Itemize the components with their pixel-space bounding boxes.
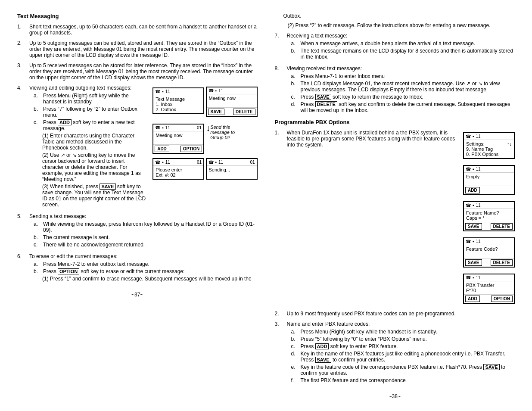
item7a-text: When a message arrives, a double beep al…: [301, 40, 476, 47]
rlcd3-num: 11: [476, 203, 481, 208]
item8a-text: Press Menu-7-1 to enter Inbox menu: [301, 73, 385, 79]
item8d-label: d.: [291, 101, 298, 113]
option-key-box: OPTION: [58, 268, 79, 274]
item8a-label: a.: [291, 73, 298, 79]
pbx3a-label: a.: [291, 329, 298, 335]
item4c-sub2: (2) Use ↗ or ↘ scrolling key to move the…: [42, 152, 146, 182]
rlcd2-num: 11: [476, 167, 481, 171]
lcd4-line1: Please enter: [156, 167, 201, 172]
rlcd1-phone: ☎: [466, 134, 471, 139]
item4c-sub3: (3) When finished, press SAVE soft key t…: [42, 184, 146, 208]
save-key-8c: SAVE: [315, 94, 331, 100]
item8d-text: Press DELETE soft key and confirm to del…: [301, 101, 515, 113]
item7a-label: a.: [291, 40, 298, 47]
lcd-meeting-now-01: ☎ ▪ 11 01 Meeting now ADD OPTION: [152, 124, 204, 154]
lcd5-phone-icon: ☎: [208, 160, 214, 165]
lcd4-msg-num: 01: [197, 160, 202, 165]
lcd2-line1: Meeting now: [209, 96, 255, 101]
lcd1-signal: ▪: [162, 89, 164, 94]
item6b-text: Press OPTION soft key to erase or edit t…: [43, 268, 184, 274]
item-3-num: 3.: [17, 62, 26, 81]
item-4-text: Viewing and editing outgoing text messag…: [29, 85, 131, 91]
pbx3b-text: Press “5” following by “0” to enter “PBX…: [301, 336, 427, 342]
item7b-label: b.: [291, 48, 298, 60]
lcd1-line2: 1. Inbox: [156, 102, 201, 107]
lcd1-line1: Text Message: [156, 97, 201, 102]
lcd-sending: ☎ ▪ 11 01 Sending...: [206, 158, 258, 180]
lcd3-signal: ▪: [162, 125, 164, 130]
right-lcd-feature-name: ☎ ▪ 11 Feature Name? Caps = * SAVE DELET…: [463, 201, 515, 231]
lcd-widget-group: ☎ ▪ 11 Text Message 1. Inbox 2. Outbox: [152, 85, 257, 182]
item8c-label: c.: [291, 94, 298, 100]
item-3-text: Up to 5 received messages can be stored …: [29, 62, 258, 81]
right-lcd-pbx-transfer: ☎ ▪ 11 PBX Transfer F*70 ADD OPTION: [463, 274, 515, 304]
pbx3b-label: b.: [291, 336, 298, 342]
left-page-num: ~37~: [17, 292, 258, 298]
item-1-text: Short text messages, up to 50 characters…: [29, 24, 258, 36]
rlcd1-line3: 0. PBX Options: [466, 152, 512, 157]
lcd-please-enter: ☎ ▪ 11 01 Please enter Ext. #: 02: [152, 158, 204, 180]
lcd3-num: 11: [165, 125, 170, 130]
lcd4-line2: Ext. #: 02: [156, 172, 201, 177]
lcd3-line1: Meeting now: [156, 133, 201, 138]
pbx3c-label: c.: [291, 343, 298, 349]
right-lcd-feature-code: ☎ ▪ 11 Feature Code? SAVE DELETE: [463, 237, 515, 268]
rlcd3-line2: Caps = *: [466, 215, 512, 221]
rlcd5-add-btn: ADD: [465, 296, 480, 302]
rlcd3-signal: ▪: [473, 203, 474, 208]
lcd3-msg-num: 01: [197, 125, 202, 130]
lcd2-signal: ▪: [215, 88, 217, 93]
rlcd5-num: 11: [476, 275, 481, 280]
pbx-2-text: Up to 9 most frequently used PBX feature…: [287, 311, 456, 317]
item6b-label: b.: [34, 268, 40, 274]
pbx-2-num: 2.: [275, 311, 283, 317]
right-lcd-widgets: ☎ ▪ 11 Settings:↑↓ 9. Name Tag 0. PBX Op…: [463, 130, 515, 306]
item5b-text: The current message is sent.: [43, 234, 110, 240]
rlcd3-delete-btn: DELETE: [491, 223, 513, 230]
rlcd4-delete-btn: DELETE: [491, 259, 513, 266]
item5a-text: While viewing the message, press Interco…: [43, 221, 258, 233]
arrow-down-icon: ↓: [206, 123, 210, 133]
lcd-text-message: ☎ ▪ 11 Text Message 1. Inbox 2. Outbox: [152, 87, 204, 114]
pbx-1-num: 1.: [275, 130, 283, 306]
lcd3-note: Send this message to Group 02: [210, 125, 245, 140]
pbx3d-label: d.: [291, 351, 298, 363]
lcd5-num: 11: [218, 160, 223, 165]
item6b-sub1: (1) Press “1” and confirm to erase messa…: [42, 276, 252, 282]
pbx3e-label: e.: [291, 364, 298, 376]
pbx-3-text: Name and enter PBX feature codes:: [287, 321, 370, 327]
rlcd2-signal: ▪: [473, 167, 474, 171]
rlcd5-option-btn: OPTION: [491, 296, 513, 302]
pbx-section-title: Programmable PBX Options: [275, 119, 515, 125]
rlcd3-save-btn: SAVE: [465, 223, 482, 230]
item-6-num: 6.: [17, 253, 26, 283]
rlcd5-line1: PBX Transfer: [466, 283, 512, 288]
rlcd2-line1: Empty: [466, 174, 512, 179]
lcd3-note-container: ↓ Send this message to Group 02: [206, 121, 245, 140]
lcd1-num: 11: [165, 89, 170, 94]
lcd5-signal: ▪: [215, 160, 217, 165]
pbx3a-text: Press Menu (Right) soft key while the ha…: [301, 329, 437, 335]
rlcd3-line1: Feature Name?: [466, 210, 512, 215]
lcd2-delete-btn: DELETE: [233, 109, 255, 115]
item-6-text: To erase or edit the current messages:: [29, 253, 118, 259]
pbx3e-text: Key in the feature code of the correspon…: [301, 364, 515, 376]
add-key-pbx3c: ADD: [315, 343, 329, 349]
lcd3-container: ☎ ▪ 11 01 Meeting now ADD OPTION: [152, 121, 257, 156]
item8b-label: b.: [291, 81, 298, 93]
item4a-label: a.: [34, 93, 40, 105]
rlcd5-signal: ▪: [473, 275, 474, 280]
lcd2-phone-icon: ☎: [208, 88, 214, 93]
rlcd4-signal: ▪: [473, 239, 474, 244]
item4c-label: c.: [34, 119, 40, 131]
rlcd4-phone: ☎: [466, 239, 471, 244]
lcd1-line3: 2. Outbox: [156, 107, 201, 112]
item-2-text: Up to 5 outgoing messages can be edited,…: [29, 40, 258, 58]
item8c-text: Press SAVE soft key to return the messag…: [301, 94, 423, 100]
pbx3c-text: Press ADD soft key to enter PBX feature.: [301, 343, 398, 349]
lcd1-phone-icon: ☎: [155, 89, 160, 94]
item-8-num: 8.: [275, 65, 283, 115]
add-key-box: ADD: [58, 119, 72, 125]
rlcd2-phone: ☎: [466, 167, 471, 171]
rlcd3-phone: ☎: [466, 203, 471, 208]
